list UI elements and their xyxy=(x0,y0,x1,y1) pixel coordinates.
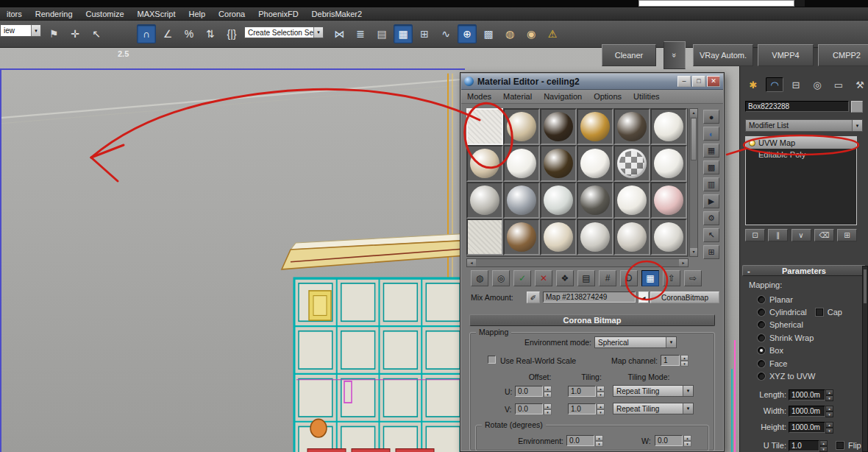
scroll-left-icon[interactable]: ◂ xyxy=(467,259,476,266)
scroll-down-icon[interactable]: ▾ xyxy=(690,248,697,256)
material-sample-9[interactable] xyxy=(540,145,577,182)
scrollbar-thumb[interactable] xyxy=(864,269,867,303)
material-sample-10[interactable] xyxy=(577,145,613,182)
v-offset-spinner[interactable]: ▴▾ xyxy=(544,403,552,414)
checkbox-icon[interactable] xyxy=(816,308,823,316)
snaps-toggle-icon[interactable]: ∩ xyxy=(137,24,156,43)
height-field[interactable]: 1000.0m xyxy=(789,422,825,433)
collapse-toolbar-button[interactable]: » xyxy=(664,41,686,69)
material-sample-24[interactable] xyxy=(650,219,687,255)
vray-autom-button[interactable]: VRay Autom. xyxy=(693,44,753,66)
modifier-stack-item-editable-poly[interactable]: Editable Poly xyxy=(746,149,856,160)
minimize-button[interactable]: – xyxy=(677,76,691,87)
cap-checkbox[interactable]: Cap xyxy=(816,308,842,317)
make-unique-icon[interactable]: ∨ xyxy=(791,229,811,241)
u-tiling-mode-dropdown[interactable]: Repeat Tiling ▼ xyxy=(613,385,694,397)
map-channel-field[interactable]: 1 xyxy=(661,355,680,366)
u-tiling-field[interactable]: 1.0 xyxy=(568,386,596,397)
material-sample-7[interactable] xyxy=(466,145,503,182)
eyedropper-icon[interactable]: ✐ xyxy=(527,292,540,303)
scrollbar-thumb[interactable] xyxy=(691,118,697,160)
percent-snap-icon[interactable]: % xyxy=(179,24,199,43)
create-tab-icon[interactable]: ✱ xyxy=(744,77,762,92)
rotate-w-spinner[interactable]: ▴▾ xyxy=(683,435,691,446)
mirror-icon[interactable]: ⋈ xyxy=(330,24,349,43)
material-sample-19[interactable] xyxy=(466,219,503,255)
v-offset-field[interactable]: 0.0 xyxy=(515,403,543,414)
put-to-library-icon[interactable]: ▤ xyxy=(577,270,595,286)
show-map-in-viewport-icon[interactable]: ▦ xyxy=(641,270,659,286)
render-production-icon[interactable]: ◍ xyxy=(500,24,519,43)
go-to-parent-icon[interactable]: ⇧ xyxy=(663,270,680,286)
width-field[interactable]: 1000.0m xyxy=(789,406,825,417)
video-color-check-icon[interactable]: ▥ xyxy=(703,177,719,191)
pin-stack-icon[interactable]: ⊡ xyxy=(745,229,765,241)
u-offset-field[interactable]: 0.0 xyxy=(515,386,543,397)
length-field[interactable]: 1000.0m xyxy=(789,389,825,400)
flip-checkbox[interactable]: Flip xyxy=(836,441,861,450)
get-material-icon[interactable]: ◍ xyxy=(471,270,488,286)
v-tiling-mode-dropdown[interactable]: Repeat Tiling ▼ xyxy=(613,403,694,414)
material-sample-3[interactable] xyxy=(540,108,577,145)
warning-icon[interactable]: ⚠ xyxy=(543,24,562,43)
scene-explorer-icon[interactable]: ▦ xyxy=(394,24,413,43)
material-sample-8[interactable] xyxy=(503,145,540,182)
angle-snap-icon[interactable]: ∠ xyxy=(158,24,177,43)
radio-icon[interactable] xyxy=(758,321,765,328)
chevron-down-icon[interactable]: ▼ xyxy=(31,25,40,36)
saved-scene-explorer-icon[interactable]: ⊞ xyxy=(415,24,434,43)
checkbox-icon[interactable] xyxy=(836,442,844,449)
make-unique-icon[interactable]: ❖ xyxy=(556,270,574,286)
close-button[interactable]: ✕ xyxy=(707,76,720,87)
u-tile-spinner-arrows[interactable]: ▴▾ xyxy=(819,440,828,451)
rotate-environment-spinner[interactable]: ▴▾ xyxy=(595,435,603,446)
parameters-rollout-header[interactable]: - Parameters xyxy=(742,265,866,276)
object-name-field[interactable]: Box8223288 xyxy=(745,101,849,112)
material-sample-21[interactable] xyxy=(540,219,577,255)
hierarchy-tab-icon[interactable]: ⊟ xyxy=(787,77,805,92)
corona-bitmap-rollout-header[interactable]: Corona Bitmap xyxy=(469,314,715,326)
align-icon[interactable]: ≣ xyxy=(351,24,370,43)
map-type-arrow-icon[interactable]: ◂ xyxy=(638,292,649,303)
material-editor-titlebar[interactable]: Material Editor - ceiling2 –□✕ xyxy=(461,74,723,90)
scroll-up-icon[interactable]: ▴ xyxy=(690,109,697,117)
length-spinner-arrows[interactable]: ▴▾ xyxy=(825,389,833,400)
radio-icon[interactable] xyxy=(758,308,765,316)
editor-menu-utilities[interactable]: Utilities xyxy=(627,92,665,101)
snap-25d-label[interactable]: 2.5 xyxy=(118,49,129,58)
editor-menu-material[interactable]: Material xyxy=(497,92,538,101)
chevron-down-icon[interactable]: ▼ xyxy=(313,27,323,38)
material-sample-15[interactable] xyxy=(540,182,577,219)
vmpp4-button[interactable]: VMPP4 xyxy=(758,44,814,66)
viewport-layout-combo[interactable]: iew ▼ xyxy=(0,24,41,37)
editor-menu-options[interactable]: Options xyxy=(588,92,627,101)
material-sample-2[interactable] xyxy=(503,108,540,145)
modify-tab-icon[interactable]: ◠ xyxy=(766,77,783,92)
material-sample-14[interactable] xyxy=(503,182,540,219)
selection-set-combo[interactable]: Create Selection Se ▼ xyxy=(244,27,324,38)
material-sample-23[interactable] xyxy=(613,219,650,255)
render-iterative-icon[interactable]: ◉ xyxy=(522,24,541,43)
mapping-option-box[interactable]: Box xyxy=(758,345,864,357)
render-setup-icon[interactable]: ⊕ xyxy=(458,24,477,43)
mapping-option-shrink-wrap[interactable]: Shrink Wrap xyxy=(758,331,864,344)
material-sample-1[interactable] xyxy=(466,108,503,145)
menu-item-help[interactable]: Help xyxy=(182,7,212,21)
curve-editor-icon[interactable]: ∿ xyxy=(436,24,455,43)
menu-item-customize[interactable]: Customize xyxy=(79,7,131,21)
menu-item-rendering[interactable]: Rendering xyxy=(29,7,79,21)
maximize-button[interactable]: □ xyxy=(692,76,705,87)
modifier-stack-item-uvw-map[interactable]: UVW Map xyxy=(746,137,856,149)
radio-icon[interactable] xyxy=(758,372,765,380)
spinner-snap-icon[interactable]: ⇅ xyxy=(201,24,220,43)
bookmark-flag-icon[interactable]: ⚑ xyxy=(44,24,63,43)
remove-modifier-icon[interactable]: ⌫ xyxy=(814,229,834,241)
mapping-option-xyz-to-uvw[interactable]: XYZ to UVW xyxy=(758,370,864,382)
panel-scrollbar[interactable] xyxy=(862,266,868,452)
display-tab-icon[interactable]: ▭ xyxy=(830,77,847,92)
configure-modifier-sets-icon[interactable]: ⊞ xyxy=(837,229,857,241)
mapping-option-planar[interactable]: Planar xyxy=(758,293,864,306)
menu-item-phoenixfd[interactable]: PhoenixFD xyxy=(252,7,305,21)
editor-menu-navigation[interactable]: Navigation xyxy=(538,92,588,101)
radio-icon[interactable] xyxy=(758,360,765,367)
